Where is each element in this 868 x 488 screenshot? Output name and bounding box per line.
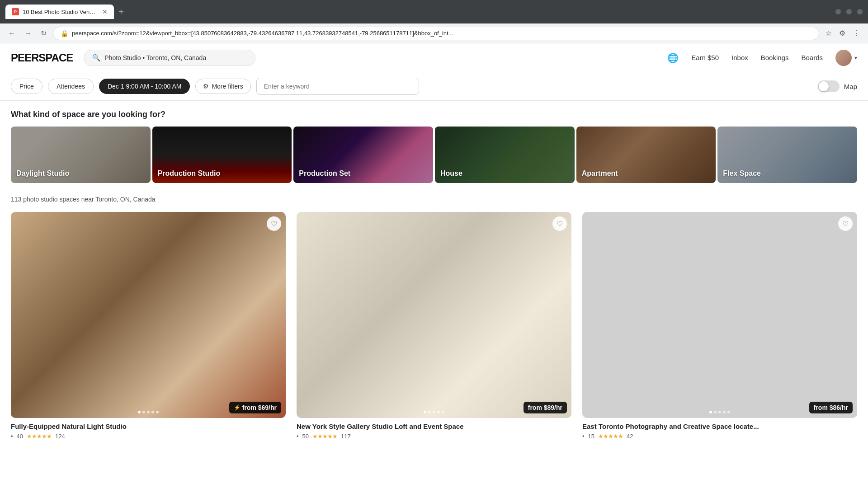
venue-image: [582, 212, 857, 418]
peerspace-logo[interactable]: PEERSPACE: [11, 52, 73, 64]
boards-link[interactable]: Boards: [801, 54, 823, 61]
minimize-button[interactable]: [835, 9, 841, 14]
bookings-link[interactable]: Bookings: [761, 54, 789, 61]
favorite-button[interactable]: ♡: [267, 216, 281, 231]
img-dot: [142, 411, 145, 413]
review-count: 50: [302, 433, 309, 440]
price-text: from $86/hr: [814, 404, 848, 411]
back-button[interactable]: ←: [5, 27, 18, 40]
review-count: 15: [588, 433, 594, 440]
bolt-icon: ⚡: [234, 404, 241, 411]
attendees-filter-button[interactable]: Attendees: [48, 79, 94, 94]
favorite-button[interactable]: ♡: [838, 216, 853, 231]
image-dots: [424, 411, 444, 413]
img-dot: [151, 411, 154, 413]
search-bar-text: Photo Studio • Toronto, ON, Canada: [104, 54, 206, 61]
venue-card[interactable]: ♡ ⚡from $69/hr Fully-Equipped Natural Li…: [11, 212, 286, 440]
img-dot: [718, 411, 721, 413]
total-reviews: 117: [341, 433, 351, 440]
map-toggle[interactable]: Map: [818, 80, 857, 92]
space-type-card[interactable]: House: [435, 127, 575, 183]
search-icon: 🔍: [92, 54, 101, 62]
section-title: What kind of space are you looking for?: [11, 110, 857, 119]
extensions-button[interactable]: ⚙: [836, 26, 848, 40]
star-rating: ★★★★★: [598, 433, 623, 440]
img-dot: [727, 411, 730, 413]
venue-grid: ♡ ⚡from $69/hr Fully-Equipped Natural Li…: [11, 212, 857, 440]
earn-link[interactable]: Earn $50: [691, 54, 719, 61]
space-type-card[interactable]: Production Set: [293, 127, 433, 183]
img-dot: [138, 411, 141, 413]
space-type-card[interactable]: Daylight Studio: [11, 127, 151, 183]
search-bar[interactable]: 🔍 Photo Studio • Toronto, ON, Canada: [84, 50, 255, 66]
space-type-overlay: Production Studio: [152, 127, 292, 183]
space-type-overlay: House: [435, 127, 575, 183]
new-tab-button[interactable]: +: [115, 5, 127, 19]
space-type-overlay: Production Set: [293, 127, 433, 183]
active-tab[interactable]: P 10 Best Photo Studio Venues i ✕: [5, 5, 114, 19]
main-content: What kind of space are you looking for? …: [0, 101, 868, 449]
space-type-card[interactable]: Apartment: [576, 127, 716, 183]
review-count-dot: •: [297, 433, 299, 440]
menu-button[interactable]: ⋮: [850, 26, 863, 40]
venue-card[interactable]: ♡ from $86/hr East Toronto Photography a…: [582, 212, 857, 440]
space-type-overlay: Daylight Studio: [11, 127, 151, 183]
favorite-button[interactable]: ♡: [552, 216, 567, 231]
space-type-label: Apartment: [582, 169, 618, 178]
bookmark-button[interactable]: ☆: [823, 26, 835, 40]
language-button[interactable]: 🌐: [667, 52, 679, 63]
price-badge: from $89/hr: [524, 402, 567, 413]
browser-chrome: P 10 Best Photo Studio Venues i ✕ +: [0, 0, 868, 23]
inbox-link[interactable]: Inbox: [731, 54, 748, 61]
img-dot: [723, 411, 726, 413]
venue-name: Fully-Equipped Natural Light Studio: [11, 422, 286, 430]
space-type-label: Daylight Studio: [16, 169, 69, 178]
img-dot: [147, 411, 150, 413]
close-window-button[interactable]: [857, 9, 863, 14]
reload-button[interactable]: ↻: [38, 26, 49, 40]
venue-meta: • 50 ★★★★★ 117: [297, 433, 571, 440]
review-count: 40: [17, 433, 23, 440]
img-dot: [156, 411, 159, 413]
more-filters-button[interactable]: ⚙ More filters: [195, 79, 250, 94]
space-type-card[interactable]: Production Studio: [152, 127, 292, 183]
space-type-overlay: Apartment: [576, 127, 716, 183]
price-filter-button[interactable]: Price: [11, 79, 42, 94]
lock-icon: 🔒: [61, 30, 68, 37]
address-bar[interactable]: 🔒 peerspace.com/s/?zoom=12&viewport_bbox…: [53, 27, 819, 40]
review-count-dot: •: [11, 433, 13, 440]
user-avatar-button[interactable]: ▾: [835, 50, 857, 66]
keyword-input[interactable]: [256, 78, 419, 95]
price-badge: from $86/hr: [809, 402, 853, 413]
url-text: peerspace.com/s/?zoom=12&viewport_bbox=[…: [72, 30, 811, 37]
space-type-card[interactable]: Flex Space: [717, 127, 857, 183]
datetime-filter-button[interactable]: Dec 1 9:00 AM - 10:00 AM: [99, 79, 190, 94]
avatar: [835, 50, 852, 66]
venue-image-wrap: ♡ from $89/hr: [297, 212, 571, 418]
space-types-grid: Daylight Studio Production Studio Produc…: [11, 127, 857, 183]
header-nav: 🌐 Earn $50 Inbox Bookings Boards ▾: [667, 50, 857, 66]
image-dots: [709, 411, 730, 413]
site-header: PEERSPACE 🔍 Photo Studio • Toronto, ON, …: [0, 43, 868, 72]
filter-icon: ⚙: [203, 83, 209, 90]
close-tab-button[interactable]: ✕: [102, 8, 108, 15]
venue-image-wrap: ♡ ⚡from $69/hr: [11, 212, 286, 418]
star-rating: ★★★★★: [27, 433, 52, 440]
chevron-down-icon: ▾: [854, 55, 857, 61]
map-toggle-switch[interactable]: [818, 80, 840, 92]
forward-button[interactable]: →: [22, 27, 34, 40]
venue-name: New York Style Gallery Studio Loft and E…: [297, 422, 571, 430]
img-dot: [433, 411, 435, 413]
toggle-knob: [819, 81, 829, 91]
space-type-label: Production Set: [299, 169, 350, 178]
total-reviews: 124: [55, 433, 65, 440]
venue-image: [11, 212, 286, 418]
maximize-button[interactable]: [846, 9, 852, 14]
toolbar-actions: ☆ ⚙ ⋮: [823, 26, 863, 40]
browser-tabs: P 10 Best Photo Studio Venues i ✕ +: [5, 5, 127, 19]
venue-image: [297, 212, 571, 418]
price-badge: ⚡from $69/hr: [229, 402, 281, 413]
price-text: from $89/hr: [528, 404, 562, 411]
venue-card[interactable]: ♡ from $89/hr New York Style Gallery Stu…: [297, 212, 571, 440]
total-reviews: 42: [627, 433, 633, 440]
